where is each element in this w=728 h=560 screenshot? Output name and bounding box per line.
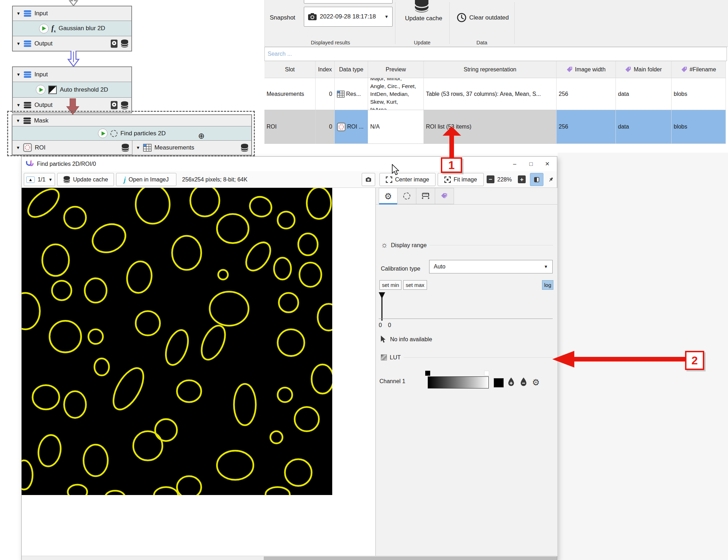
table-row-roi-index[interactable]: 0 <box>316 110 335 144</box>
screenshot-button[interactable] <box>362 173 375 186</box>
image-canvas[interactable] <box>22 188 332 495</box>
find-particles-mask-slot[interactable]: ▼ Mask <box>12 115 251 126</box>
crosshair-handle-icon[interactable]: ⊕ <box>198 131 204 141</box>
open-in-imagej-button[interactable]: j Open in ImageJ <box>116 173 176 186</box>
pin-window-button[interactable] <box>545 173 557 186</box>
table-row-measurements-imagewidth[interactable]: 256 <box>557 78 616 110</box>
results-toolbar: Snapshot 2022-09-28 18:17:18 ▼ Update ca… <box>264 0 728 47</box>
previous-slice-button[interactable]: ▲ <box>26 176 35 183</box>
maximize-button[interactable]: □ <box>523 157 539 171</box>
function-icon: fx <box>51 24 56 33</box>
update-cache-button[interactable]: Update cache <box>57 173 114 186</box>
table-row-roi-preview[interactable]: N/A <box>368 110 424 144</box>
search-input[interactable]: Search ... <box>264 47 727 61</box>
display-range-slider-handle[interactable] <box>378 292 389 321</box>
tab-roi[interactable] <box>398 188 416 204</box>
lut-gradient-bar[interactable] <box>428 376 489 388</box>
table-row-roi-datatype[interactable]: ROI ... <box>335 110 368 144</box>
chevron-down-icon[interactable]: ▼ <box>16 41 21 46</box>
gaussian-input-slot[interactable]: ▼ Input <box>13 6 131 21</box>
col-header-filename[interactable]: #Filename <box>672 61 726 78</box>
node-gaussian-blur[interactable]: ▼ Input fx Gaussian blur 2D ▼ Output <box>12 6 132 51</box>
group-caption-update: Update <box>395 39 449 46</box>
cache-database-icon[interactable] <box>121 143 129 152</box>
log-toggle-button[interactable]: log <box>542 280 553 290</box>
table-row-roi-mainfolder[interactable]: data <box>616 110 672 144</box>
minimize-button[interactable]: – <box>507 157 523 171</box>
slice-navigator[interactable]: ▲ 1/1 ▼ <box>24 173 55 186</box>
table-row-measurements-preview[interactable]: Major, Minor, Angle, Circ., Feret, IntDe… <box>368 78 424 110</box>
cache-database-icon[interactable] <box>121 101 128 109</box>
horizontal-scrollbar[interactable] <box>22 556 557 560</box>
window-title-bar[interactable]: Find particles 2D/ROI/0 <box>22 157 557 171</box>
lut-min-handle[interactable] <box>425 371 430 376</box>
snapshot-label: Snapshot <box>270 14 295 21</box>
results-table: Slot Index Data type Preview String repr… <box>264 61 726 144</box>
node-find-particles[interactable]: ▼ Mask Find particles 2D ⊕ ▼ ROI ▼ Measu… <box>12 114 252 156</box>
table-row-roi-filename[interactable]: blobs <box>672 110 726 144</box>
threshold-function-row[interactable]: Auto threshold 2D <box>13 82 131 98</box>
run-node-button[interactable] <box>36 85 45 94</box>
table-row-measurements-index[interactable]: 0 <box>316 78 335 110</box>
reset-calibrate-icon[interactable] <box>520 377 527 386</box>
zoom-out-button[interactable]: − <box>487 175 494 183</box>
run-node-button[interactable] <box>98 129 108 138</box>
center-image-button[interactable]: Center image <box>379 173 436 186</box>
col-header-data-type[interactable]: Data type <box>335 61 368 78</box>
export-result-icon[interactable] <box>110 39 118 48</box>
table-row-measurements-mainfolder[interactable]: data <box>616 78 672 110</box>
chevron-down-icon[interactable]: ▼ <box>16 103 21 108</box>
col-header-preview[interactable]: Preview <box>368 61 424 78</box>
table-row-measurements-slot[interactable]: Measurements <box>264 78 316 110</box>
close-button[interactable]: ✕ <box>539 157 555 171</box>
next-slice-button[interactable]: ▼ <box>48 177 53 182</box>
tab-annotations[interactable] <box>435 188 454 204</box>
col-header-image-width[interactable]: Image width <box>557 61 616 78</box>
update-cache-button[interactable]: Update cache <box>398 15 449 22</box>
col-header-main-folder[interactable]: Main folder <box>616 61 672 78</box>
channel-color-swatch[interactable] <box>494 378 504 387</box>
cache-database-icon[interactable] <box>121 39 128 48</box>
table-row-measurements-string[interactable]: Table (53 rows, 37 columns): Area, Mean,… <box>424 78 557 110</box>
snapshot-dropdown[interactable]: 2022-09-28 18:17:18 ▼ <box>304 7 393 27</box>
pin-icon <box>548 175 553 184</box>
channel-settings-gear-icon[interactable]: ⚙ <box>532 378 540 387</box>
find-particles-function-row[interactable]: Find particles 2D ⊕ <box>12 126 251 141</box>
chevron-down-icon[interactable]: ▼ <box>16 72 21 77</box>
chevron-down-icon[interactable]: ▼ <box>16 11 21 16</box>
run-node-button[interactable] <box>39 24 49 33</box>
slot-label: Mask <box>34 117 49 124</box>
col-header-index[interactable]: Index <box>316 61 335 78</box>
table-row-roi-imagewidth[interactable]: 256 <box>557 110 616 144</box>
threshold-input-slot[interactable]: ▼ Input <box>13 67 131 82</box>
chevron-down-icon[interactable]: ▼ <box>16 118 20 123</box>
table-row-measurements-datatype[interactable]: Res... <box>335 78 368 110</box>
find-particles-measurements-slot[interactable]: ▼ Measurements <box>132 141 251 155</box>
gaussian-output-slot[interactable]: ▼ Output <box>13 36 131 51</box>
col-header-slot[interactable]: Slot <box>264 61 316 78</box>
lut-max-handle[interactable] <box>484 371 489 376</box>
fit-image-button[interactable]: Fit image <box>438 173 484 186</box>
tab-display-settings[interactable]: ⚙ <box>379 188 398 204</box>
scrollbar-thumb[interactable] <box>264 556 557 560</box>
zoom-in-button[interactable]: + <box>518 175 526 183</box>
col-header-string-representation[interactable]: String representation <box>424 61 557 78</box>
clear-outdated-button[interactable]: Clear outdated <box>457 13 509 22</box>
calibration-type-select[interactable]: Auto ▼ <box>429 260 553 273</box>
table-data-icon <box>337 91 345 98</box>
partial-widget-cut <box>304 0 393 4</box>
table-row-measurements-filename[interactable]: blobs <box>672 78 726 110</box>
export-result-icon[interactable] <box>110 101 118 110</box>
set-min-button[interactable]: set min <box>379 280 401 290</box>
tab-calibration[interactable] <box>416 188 435 204</box>
chevron-down-icon[interactable]: ▼ <box>16 145 20 150</box>
chevron-down-icon[interactable]: ▼ <box>136 145 140 150</box>
image-stack-icon <box>23 71 32 78</box>
auto-calibrate-icon[interactable] <box>508 377 515 386</box>
set-max-button[interactable]: set max <box>403 280 427 290</box>
table-row-roi-slot[interactable]: ROI <box>264 110 316 144</box>
toggle-side-panel-button[interactable] <box>530 173 543 186</box>
cache-database-icon[interactable] <box>241 143 248 152</box>
find-particles-roi-slot[interactable]: ▼ ROI <box>12 141 132 155</box>
gaussian-function-row[interactable]: fx Gaussian blur 2D <box>13 21 131 36</box>
